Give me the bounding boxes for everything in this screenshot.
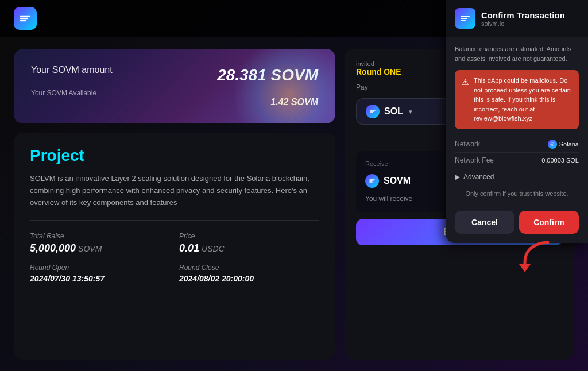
project-card: Project SOLVM is an innovative Layer 2 s…	[14, 133, 335, 360]
sovm-icon	[365, 174, 379, 188]
sovm-token: SOVM	[365, 174, 411, 188]
network-row: Network ◎ Solana	[455, 136, 579, 153]
advanced-triangle-icon: ▶	[455, 173, 460, 181]
popup-subtitle: solvm.io	[481, 20, 565, 27]
network-fee-label: Network Fee	[455, 156, 494, 164]
pay-label: Pay	[356, 83, 368, 91]
network-label: Network	[455, 140, 480, 148]
popup-body: Balance changes are estimated. Amounts a…	[446, 37, 588, 211]
confirm-popup: Confirm Transaction solvm.io Balance cha…	[446, 0, 588, 243]
trust-text: Only confirm if you trust this website.	[455, 186, 579, 204]
invited-section: invited Round ONE	[356, 60, 401, 76]
stat-round-open: Round Open 2024/07/30 13:50:57	[30, 264, 170, 283]
sovm-card: Your SOVM amount 28.381 SOVM Your SOVM A…	[14, 49, 335, 123]
you-receive-label: You will receive	[365, 195, 412, 203]
project-title: Project	[30, 146, 319, 165]
network-value: ◎ Solana	[548, 140, 579, 149]
popup-actions: Cancel Confirm	[446, 211, 588, 243]
network-fee-value: 0.00003 SOL	[541, 157, 579, 164]
sol-label: SOL	[384, 106, 403, 117]
round-label: Round ONE	[356, 67, 401, 76]
stat-total-raise: Total Raise 5,000,000SOVM	[30, 232, 170, 254]
chevron-down-icon: ▼	[408, 109, 413, 115]
sovm-token-label: SOVM	[384, 176, 411, 186]
popup-header: Confirm Transaction solvm.io	[446, 0, 588, 37]
sovm-available-amount: 1.42 SOVM	[31, 97, 318, 107]
left-panel: Your SOVM amount 28.381 SOVM Your SOVM A…	[14, 49, 335, 360]
advanced-label: Advanced	[463, 173, 494, 181]
advanced-toggle[interactable]: ▶ Advanced	[455, 168, 579, 186]
popup-disclaimer: Balance changes are estimated. Amounts a…	[455, 44, 579, 63]
project-divider	[30, 220, 319, 221]
sovm-available-label: Your SOVM Available	[31, 89, 318, 97]
popup-logo-icon	[455, 8, 475, 29]
invited-label: invited	[356, 60, 401, 67]
warning-icon: ⚠	[462, 76, 469, 123]
popup-title-section: Confirm Transaction solvm.io	[481, 10, 565, 27]
project-description: SOLVM is an innovative Layer 2 scaling s…	[30, 173, 319, 208]
network-fee-row: Network Fee 0.00003 SOL	[455, 153, 579, 168]
stat-round-close: Round Close 2024/08/02 20:00:00	[179, 264, 319, 283]
stat-price: Price 0.01USDC	[179, 232, 319, 254]
warning-text: This dApp could be malicious. Do not pro…	[474, 76, 572, 123]
app-logo	[14, 7, 37, 30]
project-stats: Total Raise 5,000,000SOVM Price 0.01USDC…	[30, 232, 319, 283]
confirm-button[interactable]: Confirm	[519, 211, 579, 234]
cancel-button[interactable]: Cancel	[455, 211, 514, 234]
sol-icon	[366, 105, 380, 118]
popup-title: Confirm Transaction	[481, 10, 565, 20]
warning-box: ⚠ This dApp could be malicious. Do not p…	[455, 70, 579, 129]
solana-icon: ◎	[548, 140, 557, 149]
